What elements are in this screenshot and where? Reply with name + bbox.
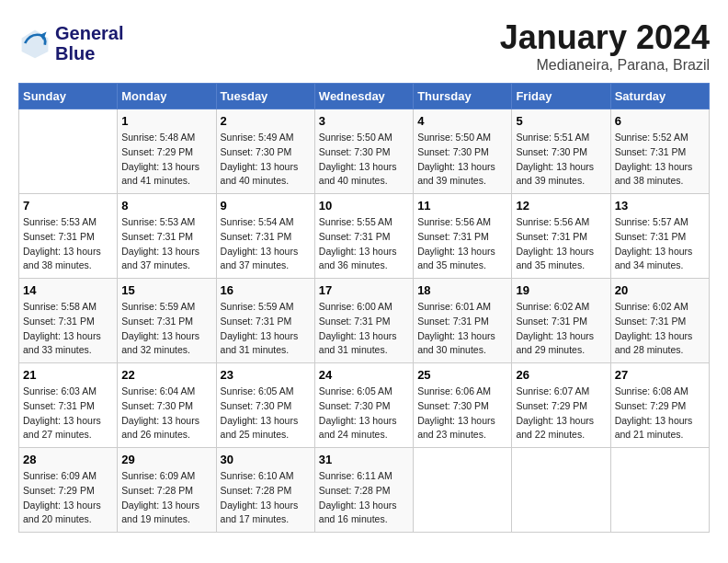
calendar-cell: 11Sunrise: 5:56 AM Sunset: 7:31 PM Dayli… [414,194,512,279]
day-number: 21 [23,368,113,382]
calendar-cell: 12Sunrise: 5:56 AM Sunset: 7:31 PM Dayli… [512,194,610,279]
logo-text: General Blue [55,23,123,63]
day-number: 20 [615,283,705,297]
calendar-cell: 27Sunrise: 6:08 AM Sunset: 7:29 PM Dayli… [610,363,709,448]
day-info: Sunrise: 5:54 AM Sunset: 7:31 PM Dayligh… [221,215,311,273]
day-info: Sunrise: 6:07 AM Sunset: 7:29 PM Dayligh… [516,385,606,442]
day-info: Sunrise: 6:09 AM Sunset: 7:29 PM Dayligh… [23,469,113,527]
day-info: Sunrise: 6:01 AM Sunset: 7:31 PM Dayligh… [417,300,507,358]
day-number: 1 [121,114,211,128]
day-info: Sunrise: 5:59 AM Sunset: 7:31 PM Dayligh… [121,300,211,358]
day-number: 9 [221,199,311,213]
calendar-table: SundayMondayTuesdayWednesdayThursdayFrid… [18,83,710,533]
day-number: 8 [121,199,211,213]
day-number: 22 [121,368,211,382]
calendar-cell: 1Sunrise: 5:48 AM Sunset: 7:29 PM Daylig… [118,109,216,194]
day-info: Sunrise: 6:06 AM Sunset: 7:30 PM Dayligh… [417,385,507,442]
day-number: 2 [221,114,311,128]
day-info: Sunrise: 6:00 AM Sunset: 7:31 PM Dayligh… [319,300,409,358]
calendar-cell: 16Sunrise: 5:59 AM Sunset: 7:31 PM Dayli… [216,279,314,363]
day-number: 15 [121,283,211,297]
day-info: Sunrise: 6:09 AM Sunset: 7:28 PM Dayligh… [121,469,211,527]
day-info: Sunrise: 5:53 AM Sunset: 7:31 PM Dayligh… [121,215,211,273]
calendar-cell: 18Sunrise: 6:01 AM Sunset: 7:31 PM Dayli… [414,279,512,363]
calendar-cell: 28Sunrise: 6:09 AM Sunset: 7:29 PM Dayli… [19,448,118,533]
calendar-cell: 10Sunrise: 5:55 AM Sunset: 7:31 PM Dayli… [314,194,413,279]
day-number: 23 [221,368,311,382]
calendar-cell: 21Sunrise: 6:03 AM Sunset: 7:31 PM Dayli… [19,363,118,448]
day-number: 4 [417,114,507,128]
calendar-cell: 20Sunrise: 6:02 AM Sunset: 7:31 PM Dayli… [610,279,709,363]
day-info: Sunrise: 5:53 AM Sunset: 7:31 PM Dayligh… [23,215,113,273]
day-info: Sunrise: 6:02 AM Sunset: 7:31 PM Dayligh… [615,300,705,358]
calendar-cell: 9Sunrise: 5:54 AM Sunset: 7:31 PM Daylig… [216,194,314,279]
day-number: 28 [23,453,113,466]
day-info: Sunrise: 5:52 AM Sunset: 7:31 PM Dayligh… [615,131,705,189]
day-info: Sunrise: 5:50 AM Sunset: 7:30 PM Dayligh… [417,131,507,189]
calendar-cell: 19Sunrise: 6:02 AM Sunset: 7:31 PM Dayli… [512,279,610,363]
day-of-week-header: Wednesday [314,84,413,109]
day-info: Sunrise: 6:05 AM Sunset: 7:30 PM Dayligh… [319,385,409,442]
calendar-cell: 5Sunrise: 5:51 AM Sunset: 7:30 PM Daylig… [512,109,610,194]
day-number: 24 [319,368,409,382]
calendar-cell [414,448,512,533]
day-info: Sunrise: 6:11 AM Sunset: 7:28 PM Dayligh… [319,469,409,527]
day-info: Sunrise: 6:10 AM Sunset: 7:28 PM Dayligh… [221,469,311,527]
day-of-week-header: Sunday [19,84,118,109]
calendar-week-row: 21Sunrise: 6:03 AM Sunset: 7:31 PM Dayli… [19,363,710,448]
day-number: 12 [516,199,606,213]
day-info: Sunrise: 5:51 AM Sunset: 7:30 PM Dayligh… [516,131,606,189]
day-number: 13 [615,199,705,213]
title-area: January 2024 Medianeira, Parana, Brazil [500,18,710,74]
logo-icon [18,27,51,60]
calendar-cell: 23Sunrise: 6:05 AM Sunset: 7:30 PM Dayli… [216,363,314,448]
day-number: 30 [221,453,311,466]
calendar-week-row: 7Sunrise: 5:53 AM Sunset: 7:31 PM Daylig… [19,194,710,279]
calendar-cell: 6Sunrise: 5:52 AM Sunset: 7:31 PM Daylig… [610,109,709,194]
calendar-cell: 25Sunrise: 6:06 AM Sunset: 7:30 PM Dayli… [414,363,512,448]
day-number: 18 [417,283,507,297]
day-of-week-header: Monday [118,84,216,109]
day-info: Sunrise: 6:05 AM Sunset: 7:30 PM Dayligh… [221,385,311,442]
day-info: Sunrise: 5:49 AM Sunset: 7:30 PM Dayligh… [221,131,311,189]
day-number: 3 [319,114,409,128]
calendar-cell: 7Sunrise: 5:53 AM Sunset: 7:31 PM Daylig… [19,194,118,279]
day-of-week-header: Saturday [610,84,709,109]
day-info: Sunrise: 5:59 AM Sunset: 7:31 PM Dayligh… [221,300,311,358]
day-number: 17 [319,283,409,297]
day-info: Sunrise: 5:55 AM Sunset: 7:31 PM Dayligh… [319,215,409,273]
calendar-cell: 31Sunrise: 6:11 AM Sunset: 7:28 PM Dayli… [314,448,413,533]
day-info: Sunrise: 6:03 AM Sunset: 7:31 PM Dayligh… [23,385,113,442]
calendar-cell: 22Sunrise: 6:04 AM Sunset: 7:30 PM Dayli… [118,363,216,448]
day-number: 29 [121,453,211,466]
calendar-cell [610,448,709,533]
calendar-cell: 24Sunrise: 6:05 AM Sunset: 7:30 PM Dayli… [314,363,413,448]
calendar-cell: 17Sunrise: 6:00 AM Sunset: 7:31 PM Dayli… [314,279,413,363]
day-number: 19 [516,283,606,297]
day-info: Sunrise: 5:56 AM Sunset: 7:31 PM Dayligh… [417,215,507,273]
page-title: January 2024 [500,18,710,57]
calendar-cell [512,448,610,533]
calendar-cell: 3Sunrise: 5:50 AM Sunset: 7:30 PM Daylig… [314,109,413,194]
calendar-cell: 30Sunrise: 6:10 AM Sunset: 7:28 PM Dayli… [216,448,314,533]
day-info: Sunrise: 5:50 AM Sunset: 7:30 PM Dayligh… [319,131,409,189]
day-info: Sunrise: 6:08 AM Sunset: 7:29 PM Dayligh… [615,385,705,442]
day-number: 26 [516,368,606,382]
day-number: 31 [319,453,409,466]
day-number: 27 [615,368,705,382]
day-number: 5 [516,114,606,128]
day-number: 10 [319,199,409,213]
calendar-cell: 4Sunrise: 5:50 AM Sunset: 7:30 PM Daylig… [414,109,512,194]
calendar-cell: 2Sunrise: 5:49 AM Sunset: 7:30 PM Daylig… [216,109,314,194]
day-info: Sunrise: 6:04 AM Sunset: 7:30 PM Dayligh… [121,385,211,442]
day-number: 14 [23,283,113,297]
day-of-week-header: Thursday [414,84,512,109]
calendar-cell: 26Sunrise: 6:07 AM Sunset: 7:29 PM Dayli… [512,363,610,448]
day-info: Sunrise: 5:56 AM Sunset: 7:31 PM Dayligh… [516,215,606,273]
logo: General Blue [18,23,123,63]
day-of-week-header: Tuesday [216,84,314,109]
day-number: 11 [417,199,507,213]
day-info: Sunrise: 6:02 AM Sunset: 7:31 PM Dayligh… [516,300,606,358]
day-number: 7 [23,199,113,213]
day-info: Sunrise: 5:58 AM Sunset: 7:31 PM Dayligh… [23,300,113,358]
